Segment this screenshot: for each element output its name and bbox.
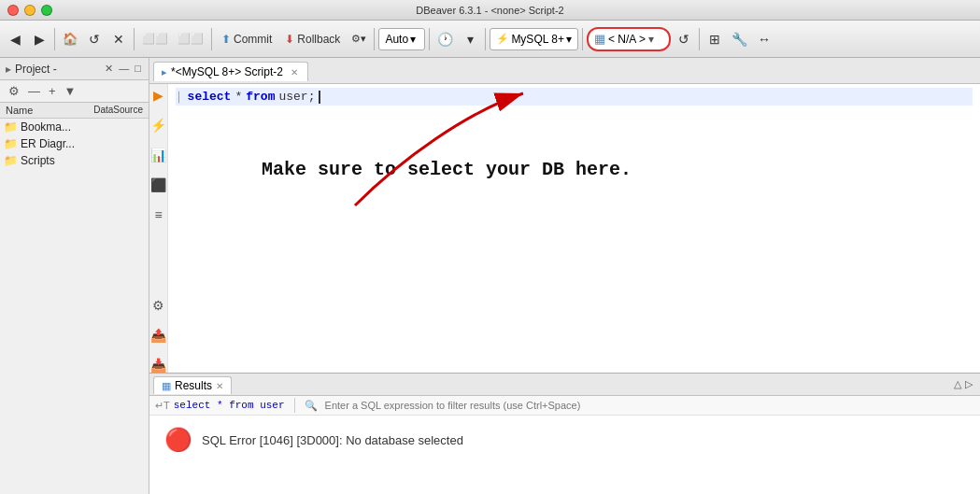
main-toolbar: ◀ ▶ 🏠 ↺ ✕ ⬜⬜ ⬜⬜ ⬆ Commit ⬇ Rollback ⚙▾ A… bbox=[0, 21, 980, 58]
db-selector-dropdown[interactable]: ▦ < N/A > ▾ bbox=[587, 27, 671, 51]
sidebar-maximize-icon[interactable]: □ bbox=[133, 62, 143, 76]
explain-icon[interactable]: 📊 bbox=[150, 148, 166, 162]
sidebar-item-scripts-label: Scripts bbox=[21, 154, 55, 167]
panel-maximize-icon[interactable]: △ bbox=[954, 378, 961, 390]
sidebar-item-er-diagrams[interactable]: 📁 ER Diagr... bbox=[0, 135, 149, 152]
tools-button[interactable]: 🔧 bbox=[728, 26, 751, 52]
db-selector-chevron-icon: ▾ bbox=[648, 33, 654, 46]
rollback-label: Rollback bbox=[297, 33, 340, 46]
left-side-icons: ▶ ⚡ 📊 ⬛ ≡ ⚙ 📤 📥 bbox=[149, 84, 168, 373]
grid-view-button[interactable]: ⊞ bbox=[703, 26, 726, 52]
filter-input[interactable] bbox=[321, 398, 974, 413]
code-table-name: user; bbox=[278, 90, 315, 104]
cancel-button[interactable]: ✕ bbox=[107, 26, 130, 52]
sidebar-close-icon[interactable]: ✕ bbox=[103, 62, 115, 76]
commit-button[interactable]: ⬆ Commit bbox=[216, 26, 277, 52]
settings-bottom-icon[interactable]: ⚙ bbox=[152, 298, 164, 313]
sidebar-title: Project - bbox=[15, 63, 57, 76]
bottom-panel: ▦ Results ✕ △ ▷ ↵T select * from user 🔍 bbox=[149, 373, 980, 494]
db-selector-label: < N/A > bbox=[608, 33, 646, 46]
sep-6 bbox=[485, 28, 486, 50]
code-editor[interactable]: │ select * from user; Make sure to selec… bbox=[168, 84, 980, 373]
sidebar-filter-icon[interactable]: ▼ bbox=[62, 83, 79, 99]
time-button[interactable]: 🕐 bbox=[433, 26, 457, 52]
folder-icon: 📁 bbox=[4, 137, 18, 150]
refresh-button[interactable]: ↺ bbox=[83, 26, 106, 52]
format-icon[interactable]: ≡ bbox=[154, 207, 162, 222]
sidebar-toolbar: ⚙ — + ▼ bbox=[0, 80, 149, 103]
code-select-keyword: select bbox=[188, 90, 232, 104]
commit-icon: ⬆ bbox=[221, 33, 231, 46]
sidebar-settings-icon[interactable]: ⚙ bbox=[6, 83, 22, 99]
query-prefix-icon: ↵T bbox=[155, 400, 170, 412]
minimize-button[interactable] bbox=[24, 5, 36, 16]
maximize-button[interactable] bbox=[41, 5, 52, 16]
sep-2 bbox=[134, 28, 135, 50]
mysql-connection-dropdown[interactable]: ⚡ MySQL 8+ ▾ bbox=[490, 28, 578, 50]
export-icon[interactable]: 📤 bbox=[150, 328, 166, 343]
sidebar-add-icon[interactable]: + bbox=[46, 83, 59, 99]
time-dropdown-button[interactable]: ▾ bbox=[459, 26, 481, 52]
panel-close-icon[interactable]: ▷ bbox=[965, 378, 973, 390]
sidebar-item-scripts[interactable]: 📁 Scripts bbox=[0, 152, 149, 169]
mysql-chevron-icon: ▾ bbox=[566, 33, 572, 46]
mysql-label: MySQL 8+ bbox=[511, 33, 564, 46]
sidebar-header-icons: ✕ — □ bbox=[103, 62, 143, 76]
sep-1 bbox=[54, 28, 55, 50]
results-tab-close-icon[interactable]: ✕ bbox=[216, 381, 223, 391]
results-tab-icon: ▦ bbox=[162, 380, 171, 392]
stop-icon[interactable]: ⬛ bbox=[150, 177, 166, 192]
run-script-icon[interactable]: ⚡ bbox=[150, 118, 166, 133]
sep-3 bbox=[211, 28, 212, 50]
results-tab-label: Results bbox=[175, 379, 212, 392]
arrow-button[interactable]: ↔ bbox=[753, 26, 775, 52]
filter-separator bbox=[294, 398, 295, 413]
window-title: DBeaver 6.3.1 - <none> Script-2 bbox=[416, 5, 563, 16]
back-button[interactable]: ◀ bbox=[4, 26, 26, 52]
editor-tab-script2[interactable]: ▸ *<MySQL 8+> Script-2 ✕ bbox=[153, 62, 308, 81]
annotation-text: Make sure to select your DB here. bbox=[262, 159, 632, 180]
forward-button[interactable]: ▶ bbox=[28, 26, 50, 52]
query-display: ↵T select * from user bbox=[155, 400, 285, 412]
editor-tab-close-icon[interactable]: ✕ bbox=[291, 67, 298, 78]
editor-body: ▶ ⚡ 📊 ⬛ ≡ ⚙ 📤 📥 │ select * from user; bbox=[149, 84, 980, 373]
split-button[interactable]: ⬜⬜ bbox=[174, 26, 207, 52]
editor-main-area: ▸ *<MySQL 8+> Script-2 ✕ ▶ ⚡ 📊 ⬛ ≡ ⚙ 📤 📥 bbox=[149, 58, 980, 494]
transaction-settings-button[interactable]: ⚙▾ bbox=[348, 26, 370, 52]
panel-controls: △ ▷ bbox=[954, 378, 973, 390]
sidebar-minimize-icon[interactable]: — bbox=[117, 62, 131, 76]
rollback-icon: ⬇ bbox=[285, 33, 294, 46]
col-datasource-header: DataSource bbox=[93, 105, 143, 116]
db-refresh-button[interactable]: ↺ bbox=[673, 26, 695, 52]
sidebar-minus-icon[interactable]: — bbox=[25, 83, 43, 99]
sidebar-header: ▸ Project - ✕ — □ bbox=[0, 58, 149, 80]
home-button[interactable]: 🏠 bbox=[59, 26, 81, 52]
db-selector-icon: ▦ bbox=[594, 32, 605, 46]
import-icon[interactable]: 📥 bbox=[150, 358, 166, 373]
sidebar: ▸ Project - ✕ — □ ⚙ — + ▼ Name DataSourc… bbox=[0, 58, 149, 494]
run-icon[interactable]: ▶ bbox=[153, 88, 163, 103]
title-bar: DBeaver 6.3.1 - <none> Script-2 bbox=[0, 0, 980, 21]
close-button[interactable] bbox=[7, 5, 19, 16]
sep-7 bbox=[582, 28, 583, 50]
filter-icon[interactable]: 🔍 bbox=[305, 400, 318, 412]
rollback-button[interactable]: ⬇ Rollback bbox=[279, 26, 346, 52]
results-tab[interactable]: ▦ Results ✕ bbox=[153, 376, 232, 394]
code-line-1: │ select * from user; bbox=[176, 88, 973, 106]
editor-tab-icon: ▸ bbox=[162, 66, 167, 78]
auto-chevron-icon: ▾ bbox=[410, 33, 416, 46]
sep-4 bbox=[374, 28, 375, 50]
window-controls bbox=[7, 5, 52, 16]
col-name-header: Name bbox=[6, 105, 93, 116]
auto-dropdown[interactable]: Auto ▾ bbox=[378, 28, 425, 50]
auto-label: Auto bbox=[385, 33, 408, 46]
cursor-blink bbox=[319, 91, 320, 104]
annotation-container: Make sure to select your DB here. bbox=[262, 159, 632, 180]
code-from-keyword: from bbox=[246, 90, 275, 104]
app-content: ▸ Project - ✕ — □ ⚙ — + ▼ Name DataSourc… bbox=[0, 58, 980, 494]
folder-icon: 📁 bbox=[4, 154, 18, 167]
sidebar-item-er-label: ER Diagr... bbox=[21, 137, 75, 150]
sidebar-item-bookmarks[interactable]: 📁 Bookma... bbox=[0, 119, 149, 135]
new-window-button[interactable]: ⬜⬜ bbox=[138, 26, 172, 52]
mysql-icon: ⚡ bbox=[496, 33, 509, 45]
